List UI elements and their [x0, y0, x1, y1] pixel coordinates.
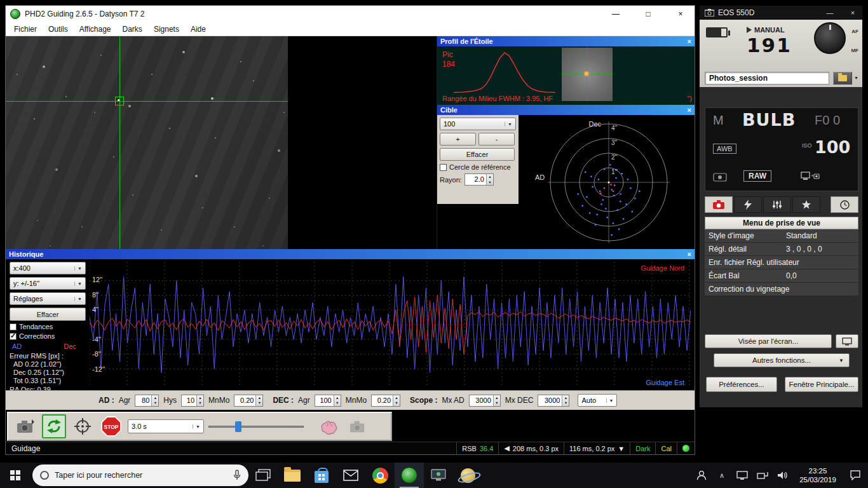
close-icon[interactable]: ×	[688, 37, 691, 45]
history-clear-button[interactable]: Effacer	[10, 308, 86, 321]
chevron-down-icon[interactable]: ▼	[854, 76, 858, 80]
peak-label: Pic	[442, 50, 453, 59]
store-button[interactable]	[307, 463, 336, 488]
menu-row-picture-style[interactable]: Style d'imageStandard	[705, 229, 858, 243]
menu-affichage[interactable]: Affichage	[74, 25, 117, 34]
network-tray-button[interactable]	[752, 463, 773, 488]
tab-mymenu[interactable]	[792, 196, 820, 213]
folder-browse-button[interactable]	[833, 72, 852, 85]
radius-spinner[interactable]: 2.0 ▲▼	[465, 173, 494, 186]
clock[interactable]: 23:25 25/03/2019	[793, 466, 843, 484]
camera-image[interactable]	[6, 36, 288, 249]
tab-shooting[interactable]	[705, 196, 733, 213]
menu-row-user-file[interactable]: Enr. fichier Régl. utilisateur	[705, 256, 858, 269]
menu-row-vignette-correction[interactable]: Correction du vignetage	[705, 283, 858, 296]
session-folder-field[interactable]: Photos_session	[705, 72, 829, 85]
close-icon[interactable]: ×	[688, 106, 691, 114]
volume-tray-button[interactable]	[773, 463, 793, 488]
chrome-button[interactable]	[365, 463, 395, 488]
spin-up-icon[interactable]: ▲	[487, 174, 493, 180]
battery-icon	[706, 27, 728, 37]
camera-icon	[713, 200, 724, 209]
slider-thumb[interactable]	[235, 421, 241, 432]
start-button[interactable]	[0, 463, 31, 488]
shutter-speed[interactable]: BULB	[742, 110, 796, 130]
advanced-settings-button[interactable]	[317, 414, 341, 438]
guide-camera-frame[interactable]	[6, 36, 437, 249]
people-button[interactable]	[691, 463, 712, 488]
camera-settings-button[interactable]	[346, 414, 370, 438]
trend-checkbox[interactable]	[10, 323, 17, 330]
ra-hysteresis-spinner[interactable]: 10▲▼	[181, 395, 204, 407]
phd2-taskbar-button[interactable]	[395, 463, 424, 488]
dec-minmove-spinner[interactable]: 0.20▲▼	[371, 395, 400, 407]
star-icon	[802, 200, 811, 209]
zoom-out-button[interactable]: -	[478, 133, 515, 146]
spin-down-icon[interactable]: ▼	[487, 180, 493, 186]
task-view-button[interactable]	[248, 463, 278, 488]
stretch-slider[interactable]	[208, 419, 304, 433]
capture-app-button[interactable]	[424, 463, 453, 488]
menu-row-wb-shift[interactable]: Écart Bal0,0	[705, 269, 858, 283]
reference-circle-checkbox[interactable]	[440, 164, 447, 171]
liveview-button[interactable]: Visée par l'écran...	[705, 334, 832, 348]
zoom-in-button[interactable]: +	[440, 133, 476, 146]
image-quality[interactable]: RAW	[743, 170, 771, 182]
planetarium-app-button[interactable]	[453, 463, 482, 488]
close-icon[interactable]: ×	[688, 250, 691, 258]
target-clear-button[interactable]: Effacer	[440, 148, 515, 161]
menu-aide[interactable]: Aide	[185, 25, 212, 34]
menu-signets[interactable]: Signets	[148, 25, 185, 34]
phd2-window: PHD2 Guiding 2.6.5 - Datyson T7 2 — □ × …	[5, 5, 695, 455]
planet-icon	[461, 468, 475, 483]
max-dec-spinner[interactable]: 3000▲▼	[538, 395, 569, 407]
camera-connect-button[interactable]	[13, 414, 37, 438]
chevron-down-icon: ▼	[74, 281, 82, 286]
main-window-button[interactable]: Fenêtre Principale...	[785, 377, 858, 392]
microphone-icon[interactable]	[233, 470, 241, 481]
ra-minmove-spinner[interactable]: 0.20▲▼	[234, 395, 263, 407]
liveview-screen-button[interactable]	[836, 334, 858, 348]
start-guiding-button[interactable]	[71, 414, 95, 438]
history-settings-select[interactable]: Réglages▼	[10, 292, 86, 305]
target-zoom-select[interactable]: 100▼	[440, 118, 516, 130]
action-center-button[interactable]	[843, 463, 868, 488]
display-tray-button[interactable]	[732, 463, 752, 488]
status-ra-correction: ◀208 ms, 0.3 px	[498, 442, 564, 454]
tab-setup[interactable]	[763, 196, 791, 213]
iso-value[interactable]: 100	[815, 137, 850, 157]
other-functions-button[interactable]: Autres fonctions...▼	[714, 353, 850, 367]
mail-button[interactable]	[336, 463, 365, 488]
file-explorer-button[interactable]	[278, 463, 307, 488]
close-button[interactable]: ×	[667, 6, 695, 22]
taskbar-search[interactable]: Taper ici pour rechercher	[32, 464, 248, 486]
white-balance[interactable]: AWB	[713, 144, 736, 154]
aperture[interactable]: F0 0	[815, 113, 840, 128]
minimize-button[interactable]: —	[820, 6, 839, 20]
star-profile-title: Profil de l'Étoile	[440, 37, 493, 45]
menu-outils[interactable]: Outils	[43, 25, 74, 34]
menu-darks[interactable]: Darks	[117, 25, 148, 34]
tab-timer[interactable]	[831, 196, 858, 213]
menu-row-detail-set[interactable]: Régl. détail3 , 0 , 0 , 0	[705, 243, 858, 256]
exposure-select[interactable]: 3.0 s▼	[128, 419, 204, 433]
max-ra-spinner[interactable]: 3000▲▼	[469, 395, 501, 407]
af-label: AF	[851, 29, 858, 34]
stop-button[interactable]: STOP	[99, 414, 123, 438]
folder-icon	[838, 75, 847, 81]
corrections-checkbox[interactable]	[10, 333, 17, 340]
network-icon	[757, 471, 768, 480]
minimize-button[interactable]: —	[602, 6, 630, 22]
history-yscale-select[interactable]: y: +/-16''▼	[10, 277, 86, 290]
tray-overflow-button[interactable]: ∧	[712, 463, 732, 488]
dec-aggression-spinner[interactable]: 100▲▼	[315, 395, 341, 407]
menu-fichier[interactable]: Fichier	[8, 25, 43, 34]
maximize-button[interactable]: □	[634, 6, 662, 22]
preferences-button[interactable]: Préférences...	[706, 377, 777, 392]
dec-mode-select[interactable]: Auto▼	[578, 394, 617, 407]
tab-flash[interactable]	[734, 196, 762, 213]
ra-aggression-spinner[interactable]: 80▲▼	[135, 395, 159, 407]
history-xscale-select[interactable]: x:400▼	[10, 262, 86, 274]
loop-exposures-button[interactable]	[42, 414, 66, 438]
close-button[interactable]: ×	[843, 6, 862, 20]
